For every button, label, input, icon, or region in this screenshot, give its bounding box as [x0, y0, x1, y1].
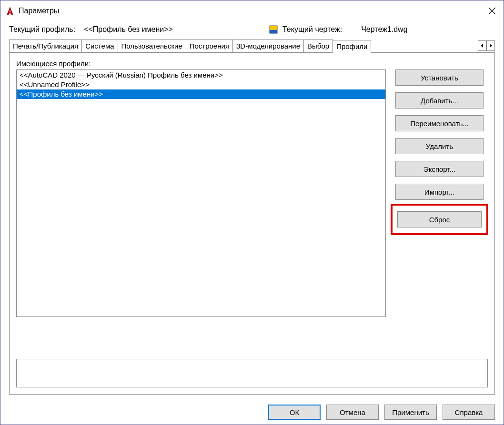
- profile-item[interactable]: <<AutoCAD 2020 — Русский (Russian) Профи…: [17, 70, 385, 80]
- import-button[interactable]: Импорт...: [395, 184, 484, 200]
- svg-rect-2: [270, 26, 277, 30]
- set-current-button[interactable]: Установить: [395, 69, 484, 86]
- tab-scroll-left[interactable]: [478, 40, 486, 51]
- delete-button[interactable]: Удалить: [395, 138, 484, 154]
- svg-rect-3: [270, 30, 277, 33]
- dialog-footer: ОК Отмена Применить Справка: [268, 405, 495, 420]
- current-profile-value: <<Профиль без имени>>: [84, 25, 173, 34]
- profile-item[interactable]: <<Unnamed Profile>>: [17, 80, 385, 89]
- ok-button[interactable]: ОК: [268, 405, 321, 420]
- cancel-button[interactable]: Отмена: [326, 405, 379, 420]
- profile-description-box: [16, 359, 488, 387]
- current-drawing-label: Текущий чертеж:: [282, 25, 342, 34]
- titlebar: Параметры: [0, 0, 504, 21]
- rename-button[interactable]: Переименовать...: [395, 115, 484, 131]
- profile-item[interactable]: <<Профиль без имени>>: [17, 89, 385, 99]
- tab-drafting[interactable]: Построения: [186, 40, 233, 52]
- profiles-listbox[interactable]: <<AutoCAD 2020 — Русский (Russian) Профи…: [16, 69, 386, 317]
- tab-3d-modeling[interactable]: 3D-моделирование: [232, 40, 304, 52]
- tab-print-publish[interactable]: Печать/Публикация: [9, 40, 82, 52]
- tab-content-profiles: Имеющиеся профили: <<AutoCAD 2020 — Русс…: [9, 53, 495, 395]
- export-button[interactable]: Экспорт...: [395, 161, 484, 177]
- current-profile-label: Текущий профиль:: [9, 25, 75, 34]
- reset-highlight: Сброс: [391, 204, 488, 235]
- profiles-list-label: Имеющиеся профили:: [16, 59, 488, 68]
- help-button[interactable]: Справка: [443, 405, 495, 420]
- tab-user[interactable]: Пользовательские: [118, 40, 186, 52]
- tab-strip: Печать/Публикация Система Пользовательск…: [9, 40, 495, 53]
- drawing-icon: [268, 24, 279, 35]
- tab-system[interactable]: Система: [81, 40, 118, 52]
- tab-scroll: [478, 40, 495, 52]
- apply-button[interactable]: Применить: [384, 405, 437, 420]
- tab-selection[interactable]: Выбор: [303, 40, 333, 52]
- info-row: Текущий профиль: <<Профиль без имени>> Т…: [0, 21, 504, 38]
- tab-scroll-right[interactable]: [486, 40, 495, 51]
- current-drawing-value: Чертеж1.dwg: [361, 25, 407, 34]
- close-button[interactable]: [484, 3, 500, 19]
- profile-buttons-column: Установить Добавить... Переименовать... …: [395, 69, 484, 232]
- window-title: Параметры: [19, 7, 59, 15]
- tab-profiles[interactable]: Профили: [333, 40, 371, 53]
- add-button[interactable]: Добавить...: [395, 92, 484, 109]
- app-icon: [5, 6, 15, 16]
- reset-button[interactable]: Сброс: [397, 211, 482, 227]
